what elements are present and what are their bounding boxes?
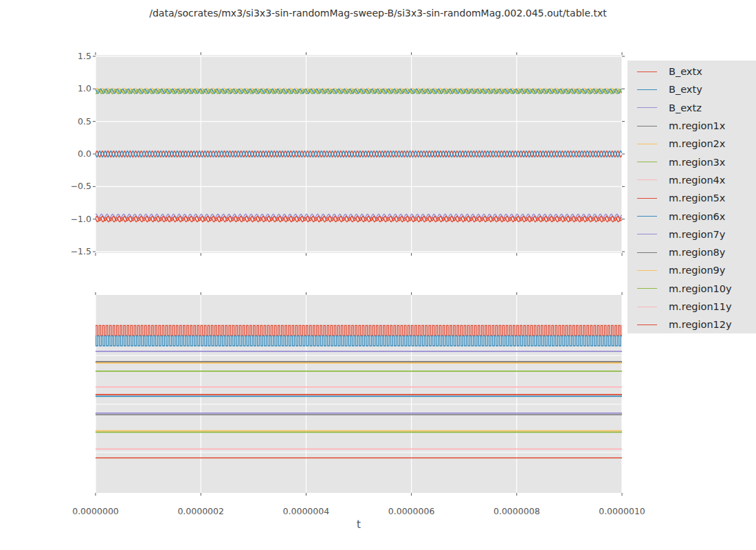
legend-entry-m.region8y: m.region8y [627,243,756,261]
legend-line-sample [637,270,657,271]
legend-entry-m.region10y: m.region10y [627,280,756,298]
legend-label: m.region2x [669,138,725,149]
legend-label: m.region7y [669,229,725,240]
matplotlib-figure: /data/socrates/mx3/si3x3-sin-randomMag-s… [0,0,756,550]
legend-label: m.region11y [669,301,732,312]
legend-label: m.region12y [669,319,732,330]
legend-entry-B_exty: B_exty [627,80,756,98]
legend-line-sample [637,89,657,90]
xtick-label-0.0000010: 0.0000010 [591,507,653,516]
legend-entry-m.region9y: m.region9y [627,261,756,279]
legend-label: m.region4x [669,175,725,186]
legend-line-sample [637,324,657,325]
legend-label: m.region6x [669,211,725,222]
legend-line-sample [637,179,657,180]
ytick-label-1.0: 1.0 [43,84,91,94]
ytick-label-−1.0: −1.0 [43,214,91,224]
legend-label: B_extx [669,66,702,77]
xtick-label-0.0000004: 0.0000004 [275,507,337,516]
legend-label: m.region9y [669,265,725,276]
legend-entry-m.region3x: m.region3x [627,153,756,170]
bottom-axes-background [96,295,622,493]
legend-entry-m.region12y: m.region12y [627,316,756,333]
ytick-label-−1.5: −1.5 [43,247,91,256]
legend-line-sample [637,107,657,108]
legend-entry-m.region1x: m.region1x [627,117,756,135]
legend: B_extxB_extyB_extzm.region1xm.region2xm.… [627,60,756,333]
legend-line-sample [637,162,657,162]
legend-entry-m.region7y: m.region7y [627,226,756,243]
legend-label: m.region1x [669,120,725,131]
xtick-label-0.0000002: 0.0000002 [170,507,232,516]
legend-line-sample [637,126,657,126]
legend-line-sample [637,216,657,217]
legend-label: B_extz [669,102,702,113]
legend-line-sample [637,234,657,234]
xtick-label-0.0000006: 0.0000006 [381,507,443,516]
legend-entry-B_extx: B_extx [627,63,756,80]
x-axis-label: t [318,518,400,531]
legend-entry-m.region11y: m.region11y [627,298,756,316]
legend-line-sample [637,307,657,307]
legend-label: m.region10y [669,283,732,294]
legend-entry-B_extz: B_extz [627,99,756,117]
legend-line-sample [637,144,657,144]
legend-entry-m.region2x: m.region2x [627,135,756,153]
legend-entry-m.region5x: m.region5x [627,189,756,207]
legend-line-sample [637,198,657,199]
legend-label: B_exty [669,84,702,95]
legend-label: m.region8y [669,247,725,258]
legend-line-sample [637,252,657,253]
ytick-label-0.5: 0.5 [43,117,91,126]
ytick-label-−0.5: −0.5 [43,182,91,191]
legend-entry-m.region6x: m.region6x [627,207,756,225]
legend-line-sample [637,72,657,72]
legend-line-sample [637,288,657,289]
legend-label: m.region3x [669,157,725,168]
legend-label: m.region5x [669,192,725,204]
xtick-label-0.0000008: 0.0000008 [486,507,548,516]
ytick-label-1.5: 1.5 [43,52,91,61]
legend-entry-m.region4x: m.region4x [627,171,756,189]
xtick-label-0.0000000: 0.0000000 [65,507,126,516]
ytick-label-0.0: 0.0 [43,149,91,159]
